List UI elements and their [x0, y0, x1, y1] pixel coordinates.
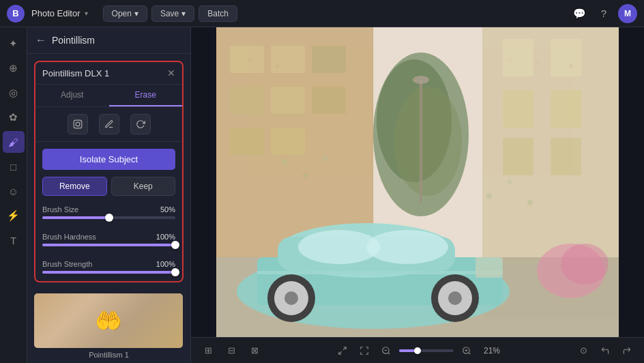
svg-point-48	[508, 57, 512, 61]
toolbar-crop-icon[interactable]: ⊠	[246, 342, 263, 360]
svg-point-52	[569, 64, 573, 68]
open-button[interactable]: Open ▾	[103, 5, 147, 22]
svg-point-56	[486, 193, 492, 199]
svg-rect-15	[503, 39, 533, 76]
svg-point-46	[331, 48, 334, 50]
svg-point-43	[276, 64, 280, 68]
toolbar-expand-icon[interactable]	[355, 342, 373, 360]
avatar[interactable]: M	[618, 4, 637, 23]
svg-point-1	[76, 122, 80, 126]
toolbar-fit-icon[interactable]	[334, 342, 351, 360]
thumbnail-image[interactable]: 🤲	[34, 293, 183, 348]
brush-strength-fill	[42, 271, 175, 274]
strip-icon-effects[interactable]: ✦	[3, 33, 25, 55]
zoom-level: 21%	[480, 346, 504, 355]
strip-icon-text[interactable]: T	[3, 229, 25, 251]
brush-size-section: Brush Size 50%	[35, 201, 182, 229]
zoom-thumb[interactable]	[414, 347, 421, 354]
toolbar-zoom-out-icon[interactable]	[377, 342, 395, 360]
svg-point-58	[527, 200, 533, 205]
svg-rect-18	[551, 90, 581, 128]
artwork-svg	[216, 27, 619, 337]
brush-strength-section: Brush Strength 100%	[35, 256, 182, 282]
svg-rect-0	[74, 120, 82, 128]
zoom-slider[interactable]	[399, 349, 454, 352]
toolbar-left: ⊞ ⊟ ⊠	[199, 342, 263, 360]
strip-icon-adjustments[interactable]: ✿	[3, 106, 25, 128]
dialog-icon-row	[35, 107, 182, 142]
help-button[interactable]: ?	[594, 3, 614, 24]
toolbar-right: ⊙	[574, 342, 636, 360]
svg-rect-19	[503, 138, 533, 175]
remove-button[interactable]: Remove	[42, 177, 107, 196]
thumbnail-icon: 🤲	[95, 308, 122, 334]
svg-rect-12	[230, 128, 264, 155]
toolbar-redo-icon[interactable]	[618, 342, 636, 360]
tab-adjust[interactable]: Adjust	[35, 85, 109, 106]
strip-icon-layers[interactable]: ⊕	[3, 57, 25, 79]
app-title-chevron: ▾	[85, 10, 88, 17]
strip-icon-shapes[interactable]: □	[3, 156, 25, 177]
svg-line-64	[388, 352, 390, 354]
strip-icon-fx[interactable]: ⚡	[3, 205, 25, 227]
svg-point-24	[394, 87, 462, 196]
thumbnail-area: 🤲 Pointillism 1	[34, 293, 184, 359]
brush-strength-value: 100%	[156, 260, 175, 268]
svg-point-47	[344, 68, 348, 72]
svg-rect-13	[271, 128, 305, 155]
brush-size-track[interactable]	[42, 216, 175, 219]
svg-rect-40	[475, 257, 503, 278]
tab-erase[interactable]: Erase	[109, 85, 183, 106]
brush-size-thumb[interactable]	[105, 214, 113, 222]
svg-line-62	[339, 351, 342, 354]
canvas-area: ⊞ ⊟ ⊠	[191, 27, 644, 363]
toolbar-extra-icon[interactable]: ⊙	[574, 342, 592, 360]
brush-strength-label: Brush Strength	[42, 260, 92, 268]
dialog-header: Pointillism DLX 1 ✕	[35, 62, 182, 85]
brush-hardness-section: Brush Hardness 100%	[35, 229, 182, 256]
dialog-title: Pointillism DLX 1	[42, 68, 109, 78]
toolbar-undo-icon[interactable]	[596, 342, 614, 360]
svg-point-32	[366, 230, 448, 264]
svg-point-53	[282, 159, 287, 164]
svg-rect-17	[503, 90, 533, 128]
toolbar-grid-icon[interactable]: ⊞	[199, 342, 217, 360]
svg-point-26	[413, 76, 429, 84]
icon-brush-style[interactable]	[99, 114, 119, 134]
sidebar-title: Pointillism	[52, 35, 95, 46]
brush-strength-thumb[interactable]	[171, 268, 179, 276]
back-button[interactable]: ←	[35, 34, 46, 46]
strip-icon-visibility[interactable]: ◎	[3, 82, 25, 104]
toolbar-layout-icon[interactable]: ⊟	[222, 342, 240, 360]
icon-rotate[interactable]	[130, 114, 151, 134]
svg-rect-20	[551, 138, 581, 175]
dialog-panel: Pointillism DLX 1 ✕ Adjust Erase Isolate…	[34, 61, 184, 282]
comment-button[interactable]: 💬	[569, 3, 589, 24]
strip-icon-people[interactable]: ☺	[3, 180, 25, 202]
main-content: ✦ ⊕ ◎ ✿ 🖌 □ ☺ ⚡ T ← Pointillism Pointill…	[0, 27, 644, 363]
brush-strength-track[interactable]	[42, 271, 175, 274]
brush-hardness-value: 100%	[156, 233, 175, 241]
svg-point-50	[535, 61, 539, 65]
save-button[interactable]: Save ▾	[151, 5, 194, 22]
svg-point-57	[508, 180, 512, 184]
dialog-close-button[interactable]: ✕	[167, 68, 175, 78]
canvas-main[interactable]	[191, 27, 644, 337]
svg-rect-10	[271, 87, 305, 114]
brush-hardness-track[interactable]	[42, 244, 175, 246]
zoom-fill	[399, 349, 415, 352]
keep-button[interactable]: Keep	[111, 177, 176, 196]
svg-rect-7	[271, 46, 305, 73]
svg-rect-16	[551, 39, 581, 76]
svg-point-38	[448, 291, 462, 305]
batch-button[interactable]: Batch	[199, 5, 237, 22]
strip-icon-brush[interactable]: 🖌	[3, 131, 25, 153]
icon-instagram[interactable]	[68, 114, 88, 134]
svg-rect-9	[230, 87, 264, 114]
dialog-tabs: Adjust Erase	[35, 85, 182, 107]
svg-point-42	[263, 51, 265, 54]
brush-hardness-thumb[interactable]	[171, 241, 179, 249]
toolbar-zoom-in-icon[interactable]	[458, 342, 475, 360]
toolbar-center: 21%	[334, 342, 504, 360]
isolate-subject-button[interactable]: Isolate Subject	[42, 149, 175, 170]
